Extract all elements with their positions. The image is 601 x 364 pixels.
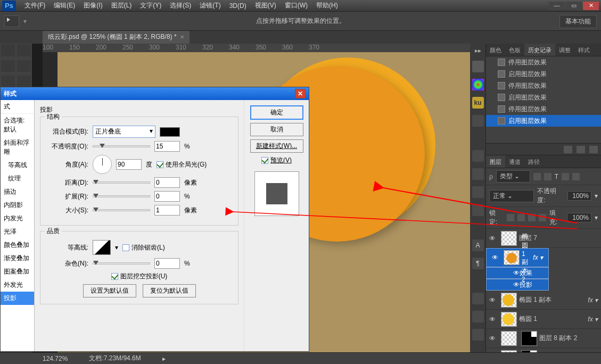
dock-icon-kuler[interactable]: ku xyxy=(472,97,484,109)
history-item[interactable]: 停用图层效果 xyxy=(486,80,601,92)
dock-icon-nav[interactable] xyxy=(472,311,484,322)
tool-eyedrop[interactable] xyxy=(17,76,31,87)
tool-crop[interactable] xyxy=(1,76,15,87)
dialog-titlebar[interactable]: 样式 ✕ xyxy=(1,87,309,100)
menu-image[interactable]: 图像(I) xyxy=(79,1,106,10)
tool-marquee[interactable] xyxy=(17,45,31,56)
eye-icon[interactable]: 👁 xyxy=(486,235,499,242)
distance-slider[interactable] xyxy=(93,181,150,184)
filter-adjust-icon[interactable] xyxy=(544,173,551,180)
dock-icon-para[interactable]: ¶ xyxy=(472,258,484,269)
opacity-slider[interactable] xyxy=(93,145,150,147)
lock-all-icon[interactable] xyxy=(539,214,546,221)
global-light-checkbox[interactable]: 使用全局光(G) xyxy=(157,160,207,169)
style-item[interactable]: 纹理 xyxy=(1,172,34,185)
preview-checkbox[interactable]: 预览(V) xyxy=(261,156,292,165)
document-tab[interactable]: 纸云彩.psd @ 125% (椭圆 1 副本 2, RGB/8) *✕ xyxy=(43,30,190,44)
lock-trans-icon[interactable] xyxy=(507,214,514,221)
close-button[interactable]: ✕ xyxy=(583,2,599,10)
style-item[interactable]: 斜面和浮雕 xyxy=(1,136,34,159)
shadow-color-swatch[interactable] xyxy=(160,127,180,137)
history-item[interactable]: 停用图层效果 xyxy=(486,103,601,115)
reset-default-button[interactable]: 复位为默认值 xyxy=(143,284,196,297)
move-tool-icon[interactable] xyxy=(4,15,19,27)
tab-styles[interactable]: 样式 xyxy=(574,44,594,56)
dock-icon-3d[interactable] xyxy=(472,293,484,304)
lock-paint-icon[interactable] xyxy=(517,214,525,221)
size-field[interactable] xyxy=(154,205,180,216)
filter-shape-icon[interactable] xyxy=(562,173,569,180)
layer-row[interactable]: 👁椭圆 1 副本 2fx ▾ xyxy=(486,248,549,267)
dock-icon-brush[interactable] xyxy=(472,61,484,72)
cancel-button[interactable]: 取消 xyxy=(250,123,303,136)
style-item[interactable]: 颜色叠加 xyxy=(1,238,34,252)
dock-icon-clone[interactable] xyxy=(472,168,484,180)
menu-window[interactable]: 窗口(W) xyxy=(281,1,312,10)
layer-row[interactable]: 👁图层 7 xyxy=(486,229,601,248)
layer-row[interactable]: 👁椭圆 1fx ▾ xyxy=(486,310,601,329)
angle-wheel[interactable] xyxy=(93,155,112,174)
menu-3d[interactable]: 3D(D) xyxy=(225,2,251,10)
dialog-close-button[interactable]: ✕ xyxy=(295,89,306,98)
size-slider[interactable] xyxy=(93,209,150,211)
angle-field[interactable] xyxy=(116,159,142,170)
layer-effects-row[interactable]: 👁 效果 xyxy=(486,267,549,279)
history-item[interactable]: 启用图层效果 xyxy=(486,115,601,127)
blend-mode-select[interactable]: 正常 ⌄ xyxy=(489,190,534,202)
style-item[interactable]: 外发光 xyxy=(1,278,34,292)
style-item-shadow[interactable]: 投影 xyxy=(1,292,34,305)
menu-file[interactable]: 文件(F) xyxy=(20,1,50,10)
fill-field[interactable]: 100% xyxy=(567,213,591,222)
style-item[interactable]: 等高线 xyxy=(1,159,34,172)
set-default-button[interactable]: 设置为默认值 xyxy=(83,284,136,297)
menu-select[interactable]: 选择(S) xyxy=(166,1,195,10)
dock-icon-swatches[interactable] xyxy=(472,186,484,198)
tab-adjust[interactable]: 调整 xyxy=(555,44,574,56)
maximize-button[interactable]: ▭ xyxy=(566,2,582,10)
noise-slider[interactable] xyxy=(93,262,150,264)
contour-thumb[interactable] xyxy=(93,240,111,255)
tab-paths[interactable]: 路径 xyxy=(524,155,544,168)
opacity-field[interactable] xyxy=(154,141,180,152)
noise-field[interactable] xyxy=(154,258,180,269)
menu-type[interactable]: 文字(Y) xyxy=(136,1,166,10)
menu-filter[interactable]: 滤镜(T) xyxy=(195,1,225,10)
tab-channels[interactable]: 通道 xyxy=(505,155,524,168)
eye-icon[interactable]: 👁 xyxy=(489,254,501,261)
style-item[interactable]: 图案叠加 xyxy=(1,265,34,278)
spread-field[interactable] xyxy=(154,191,180,202)
opacity-field[interactable]: 100% xyxy=(567,191,591,201)
trash-icon[interactable] xyxy=(589,146,598,153)
style-item[interactable]: 渐变叠加 xyxy=(1,252,34,265)
history-item[interactable]: 启用图层效果 xyxy=(486,92,601,103)
minimize-button[interactable]: — xyxy=(549,2,565,10)
spread-slider[interactable] xyxy=(93,195,150,197)
style-item[interactable]: 光泽 xyxy=(1,225,34,238)
tool-wand[interactable] xyxy=(17,60,31,72)
dock-icon[interactable] xyxy=(472,115,484,127)
antialias-checkbox[interactable]: 消除锯齿(L) xyxy=(122,243,165,252)
layer-effect-shadow[interactable]: 👁 投影 xyxy=(486,279,549,291)
distance-field[interactable] xyxy=(154,177,180,188)
style-item[interactable]: 内发光 xyxy=(1,212,34,225)
dock-icon-timeline[interactable] xyxy=(472,329,484,341)
dock-icon-brushes[interactable] xyxy=(472,150,484,162)
snapshot-icon[interactable] xyxy=(564,146,572,153)
history-item[interactable]: 启用图层效果 xyxy=(486,68,601,80)
lock-pos-icon[interactable] xyxy=(528,214,536,221)
style-item[interactable]: 描边 xyxy=(1,185,34,198)
tab-swatch[interactable]: 色板 xyxy=(505,44,524,56)
blend-mode-select[interactable]: 正片叠底▾ xyxy=(93,126,155,138)
zoom-level[interactable]: 124.72% xyxy=(43,355,68,362)
knockout-checkbox[interactable]: 图层挖空投影(U) xyxy=(111,272,168,281)
menu-help[interactable]: 帮助(H) xyxy=(312,1,342,10)
filter-smart-icon[interactable] xyxy=(572,173,580,180)
filter-pixel-icon[interactable] xyxy=(533,173,541,180)
layer-filter-kind[interactable]: 类型 ⌄ xyxy=(496,170,530,183)
tab-layers[interactable]: 图层 xyxy=(486,155,505,168)
style-item[interactable]: 合选项:默认 xyxy=(1,114,34,136)
menu-layer[interactable]: 图层(L) xyxy=(107,1,136,10)
new-style-button[interactable]: 新建样式(W)... xyxy=(250,139,303,153)
layer-row[interactable]: 👁椭圆 1 副本fx ▾ xyxy=(486,291,601,310)
dock-icon-color[interactable] xyxy=(472,79,484,90)
